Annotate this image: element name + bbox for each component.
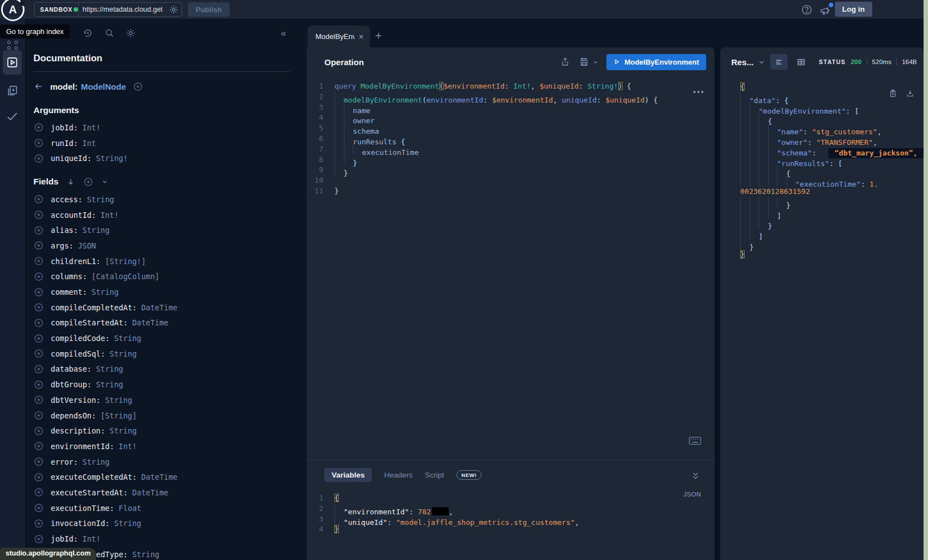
sort-fields-icon[interactable] [66, 177, 75, 186]
operation-editor[interactable]: 1query ModelByEnvironment($environmentId… [307, 81, 658, 197]
add-field-icon[interactable] [33, 503, 44, 513]
add-field-icon[interactable] [33, 153, 44, 164]
tab-variables[interactable]: Variables [324, 468, 372, 482]
add-field-icon[interactable] [33, 210, 44, 220]
graph-index-icon[interactable] [7, 41, 11, 44]
model-type-link[interactable]: ModelNode [81, 82, 126, 91]
field-name: executionTime: [51, 504, 114, 513]
back-arrow-icon[interactable] [33, 81, 43, 91]
publish-button[interactable]: Publish [188, 2, 230, 17]
add-field-icon[interactable] [33, 256, 44, 266]
fields-header: Fields [33, 175, 290, 188]
table-view-toggle[interactable] [793, 54, 810, 70]
run-operation-button[interactable]: ModelByEnvironment [606, 54, 706, 70]
endpoint-url-field[interactable]: https://metadata.cloud.get [68, 2, 182, 17]
add-field-icon[interactable] [33, 379, 44, 390]
line-number: 4 [307, 113, 332, 123]
close-tab-icon[interactable] [358, 33, 365, 40]
login-button[interactable]: Log in [835, 2, 872, 17]
add-field-icon[interactable] [33, 395, 44, 405]
editor-menu-icon[interactable] [693, 91, 703, 93]
status-label: STATUS [819, 59, 846, 65]
indent-guide [750, 176, 759, 187]
sidebar-item-explorer[interactable] [3, 50, 22, 75]
add-field-icon[interactable] [33, 194, 44, 204]
field-type: String [96, 380, 123, 389]
add-field-icon[interactable] [33, 364, 44, 374]
add-field-icon[interactable] [33, 122, 44, 133]
tab-headers[interactable]: Headers [384, 471, 412, 479]
variables-tabbar: Variables Headers Script NEW! [324, 466, 482, 483]
field-row: access:String [33, 192, 290, 207]
code-line: 1{ [307, 493, 579, 504]
new-tab-icon[interactable] [373, 31, 383, 41]
tab-modelbyenvironment[interactable]: ModelByEnvi... [308, 26, 370, 47]
collapse-docs-icon[interactable]: « [281, 28, 286, 39]
add-field-icon[interactable] [33, 333, 44, 344]
argument-row: jobId:Int! [33, 120, 290, 135]
add-field-icon[interactable] [33, 518, 44, 529]
search-icon[interactable] [104, 28, 115, 38]
add-field-icon[interactable] [33, 240, 44, 251]
raw-view-toggle[interactable] [770, 54, 788, 70]
field-row: compileCompletedAt:DateTime [33, 300, 290, 315]
tab-script[interactable]: Script [425, 471, 444, 479]
status-divider [896, 58, 897, 66]
add-field-icon[interactable] [33, 472, 44, 483]
indent-guide [740, 92, 750, 103]
operation-title: Operation [324, 57, 551, 67]
response-pane: Res... STATUS 200 520ms 164B [720, 47, 924, 560]
field-name: comment: [51, 288, 87, 296]
add-field-icon[interactable] [33, 318, 44, 328]
settings-gear-icon[interactable] [125, 28, 136, 38]
collapse-panel-double-chevron-icon[interactable] [691, 471, 700, 481]
add-field-icon[interactable] [33, 534, 44, 544]
add-field-icon[interactable] [33, 287, 44, 298]
add-field-icon[interactable] [33, 487, 44, 498]
code-line: 10 [307, 176, 658, 186]
add-all-fields-icon[interactable] [83, 177, 94, 187]
sidebar-item-checklist[interactable] [6, 110, 19, 123]
indent-guide [740, 228, 750, 239]
add-field-icon[interactable] [33, 138, 44, 148]
field-name: jobId: [51, 123, 78, 132]
history-icon[interactable] [82, 28, 93, 38]
help-icon[interactable] [801, 4, 813, 16]
code-line: 9} [307, 165, 658, 176]
field-type: String [114, 334, 142, 343]
add-type-icon[interactable] [133, 81, 143, 92]
add-field-icon[interactable] [33, 441, 44, 451]
add-field-icon[interactable] [33, 271, 44, 282]
add-field-icon[interactable] [33, 410, 44, 421]
endpoint-settings-gear-icon[interactable] [169, 5, 178, 14]
graph-index-icon[interactable] [14, 41, 18, 44]
field-name: database: [51, 364, 91, 373]
indent-guide [334, 123, 344, 134]
indent-guide [759, 124, 768, 134]
add-field-icon[interactable] [33, 348, 44, 359]
response-dropdown-chevron-icon[interactable] [758, 59, 765, 66]
field-type: String [110, 349, 137, 358]
operation-header: Operation ModelByEnvironment [307, 47, 715, 76]
fields-list: access:StringaccountId:Int!alias:Stringa… [33, 192, 290, 560]
add-field-icon[interactable] [33, 456, 44, 467]
keyboard-shortcuts-icon[interactable] [689, 436, 701, 445]
graph-index-icon[interactable] [14, 46, 18, 50]
save-operation-icon[interactable] [579, 57, 589, 67]
field-row: dbtGroup:String [33, 377, 290, 392]
add-field-icon[interactable] [33, 302, 44, 313]
add-field-icon[interactable] [33, 225, 44, 236]
save-options-chevron-icon[interactable] [592, 59, 599, 65]
indent-guide [759, 197, 768, 208]
share-operation-icon[interactable] [560, 57, 570, 67]
variables-editor[interactable]: 1{2"environmentId": 782,3"uniqueId": "mo… [307, 493, 579, 535]
endpoint-url[interactable]: https://metadata.cloud.get [82, 6, 168, 13]
fields-options-chevron-icon[interactable] [101, 178, 108, 185]
indent-guide [334, 144, 344, 155]
sidebar-item-collections[interactable] [6, 84, 18, 97]
indent-guide [777, 197, 786, 208]
indent-guide [786, 176, 796, 187]
code-line: } [738, 239, 924, 250]
graph-index-icon[interactable] [7, 46, 11, 50]
add-field-icon[interactable] [33, 426, 44, 436]
